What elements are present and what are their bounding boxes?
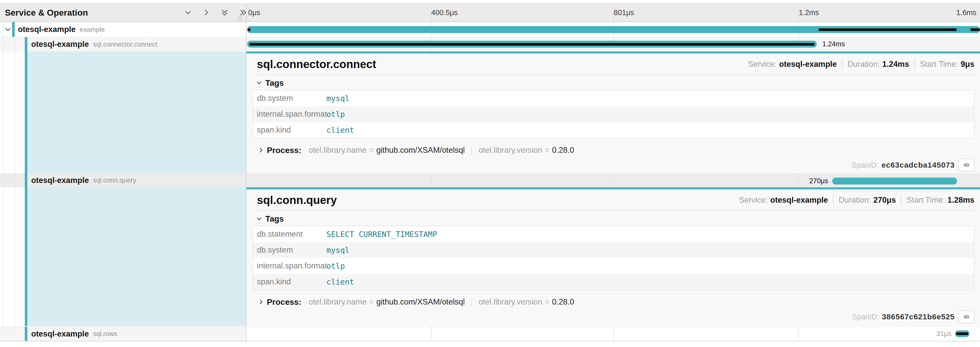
link-icon — [963, 313, 970, 321]
span-detail-panel-sql-connector-connect: sql.connector.connect Service: otesql-ex… — [246, 51, 980, 173]
service-operation-header: Service & Operation — [5, 3, 88, 22]
start-time-value: 9μs — [961, 60, 974, 69]
service-value: otesql-example — [770, 195, 828, 205]
service-color-bar — [25, 37, 27, 51]
span-detail-overview: Service: otesql-example Duration: 1.24ms… — [748, 60, 974, 69]
copy-span-link-button[interactable] — [958, 310, 974, 323]
service-color-bar — [25, 187, 27, 326]
tag-row: db.system mysql — [253, 90, 974, 106]
spanid-label: SpanID: — [852, 161, 878, 170]
tag-value: client — [326, 277, 354, 286]
critical-path-segment — [970, 29, 980, 31]
span-duration-label: 31μs — [875, 330, 951, 337]
span-row-sql-conn-query[interactable]: otesql-example sql.conn.query 270μs — [0, 173, 980, 187]
service-label: Service: — [748, 60, 776, 69]
timeline-header: Service & Operation 0μs 400.5μs 801μs 1.… — [0, 3, 980, 22]
tag-key: internal.span.format — [253, 110, 326, 119]
tag-key: span.kind — [253, 277, 326, 286]
critical-path-segment — [819, 29, 956, 31]
span-name[interactable]: otesql-example example — [18, 22, 105, 37]
service-label: Service: — [739, 195, 768, 205]
process-key: otel.library.name — [309, 146, 366, 155]
spanid-row: SpanID: ec63cadcba145073 — [253, 158, 974, 172]
column-resizer-grip[interactable] — [239, 15, 241, 21]
tag-row: internal.span.format otlp — [253, 258, 974, 274]
critical-path-segment — [248, 29, 250, 31]
column-divider[interactable] — [246, 3, 247, 341]
service-color-bar — [25, 173, 27, 187]
tags-table: db.system mysql internal.span.format otl… — [253, 90, 974, 138]
trace-timeline-view: Service & Operation 0μs 400.5μs 801μs 1.… — [0, 0, 980, 347]
duration-value: 270μs — [873, 195, 896, 205]
equals-sign: = — [545, 146, 550, 155]
span-row-sql-connector-connect[interactable]: otesql-example sql.connector.connect 1.2… — [0, 37, 980, 51]
span-detail-indent — [0, 51, 246, 173]
collapse-all-icon[interactable] — [219, 6, 231, 18]
span-row-example[interactable]: otesql-example example — [0, 22, 980, 37]
process-section-toggle[interactable]: Process: otel.library.name = github.com/… — [258, 296, 974, 308]
tag-row: db.statement SELECT CURRENT_TIMESTAMP — [253, 226, 974, 242]
tag-value: otlp — [326, 262, 345, 270]
start-time-value: 1.28ms — [948, 195, 974, 205]
span-detail-indent — [0, 187, 246, 326]
process-value: github.com/XSAM/otelsql — [376, 146, 465, 155]
span-name[interactable]: otesql-example sql.conn.query — [31, 173, 136, 187]
equals-sign: = — [369, 146, 374, 155]
spanid-value: ec63cadcba145073 — [881, 161, 955, 170]
detail-highlight-fill — [27, 51, 246, 173]
tag-value: mysql — [326, 246, 349, 254]
timeline-tick-801: 801μs — [614, 3, 634, 22]
service-color-bar — [12, 22, 14, 37]
span-duration-label: 1.24ms — [822, 41, 845, 48]
span-row-sql-rows[interactable]: otesql-example sql.rows 31μs — [0, 326, 980, 341]
span-name[interactable]: otesql-example sql.connector.connect — [31, 37, 157, 51]
span-name[interactable]: otesql-example sql.rows — [31, 327, 117, 341]
collapse-children-icon[interactable] — [4, 26, 12, 33]
tag-value: mysql — [326, 94, 349, 103]
copy-span-link-button[interactable] — [958, 159, 974, 171]
tags-section-label: Tags — [265, 78, 284, 88]
tag-row: db.system mysql — [253, 242, 974, 258]
tag-key: span.kind — [253, 125, 326, 134]
tags-section-toggle[interactable]: Tags — [256, 214, 974, 224]
start-time-label: Start Time: — [907, 195, 945, 205]
spanid-value: 386567c621b6e525 — [882, 312, 955, 321]
span-detail-panel-sql-conn-query: sql.conn.query Service: otesql-example D… — [246, 187, 980, 326]
tag-key: internal.span.format — [253, 261, 326, 270]
process-key: otel.library.name — [309, 297, 366, 307]
tags-section-label: Tags — [265, 214, 284, 224]
divider — [257, 210, 974, 211]
span-bar-sql-conn-query[interactable] — [832, 177, 957, 184]
spanid-row: SpanID: 386567c621b6e525 — [253, 310, 974, 324]
service-color-bar — [25, 51, 27, 173]
span-bar-example[interactable] — [247, 26, 980, 33]
duration-label: Duration: — [838, 195, 871, 205]
expand-one-icon[interactable] — [200, 6, 212, 18]
link-icon — [963, 161, 970, 169]
span-detail-title: sql.connector.connect — [257, 58, 376, 70]
span-bar-sql-rows[interactable] — [955, 330, 969, 337]
timeline-tick-1200: 1.2ms — [799, 3, 819, 22]
critical-path-segment — [956, 333, 968, 335]
collapse-one-icon[interactable] — [182, 6, 194, 18]
process-key: otel.library.version — [479, 146, 542, 155]
timeline-tick-0: 0μs — [248, 3, 260, 22]
span-detail-overview: Service: otesql-example Duration: 270μs … — [739, 195, 974, 205]
spanid-label: SpanID: — [852, 313, 879, 321]
process-label: Process: — [267, 146, 301, 155]
tag-value: client — [326, 126, 354, 134]
divider — [257, 75, 974, 75]
duration-value: 1.24ms — [882, 60, 909, 69]
equals-sign: = — [545, 297, 550, 307]
tag-key: db.statement — [253, 230, 326, 239]
process-section-toggle[interactable]: Process: otel.library.name = github.com/… — [258, 144, 974, 156]
process-label: Process: — [267, 297, 301, 307]
tag-key: db.system — [253, 245, 326, 254]
tag-row: span.kind client — [253, 274, 974, 290]
span-bar-sql-connector-connect[interactable] — [247, 41, 817, 48]
tags-table: db.statement SELECT CURRENT_TIMESTAMP db… — [253, 226, 974, 290]
service-value: otesql-example — [779, 60, 837, 69]
process-value: 0.28.0 — [552, 297, 574, 307]
tag-row: span.kind client — [253, 122, 974, 138]
tags-section-toggle[interactable]: Tags — [256, 78, 974, 88]
